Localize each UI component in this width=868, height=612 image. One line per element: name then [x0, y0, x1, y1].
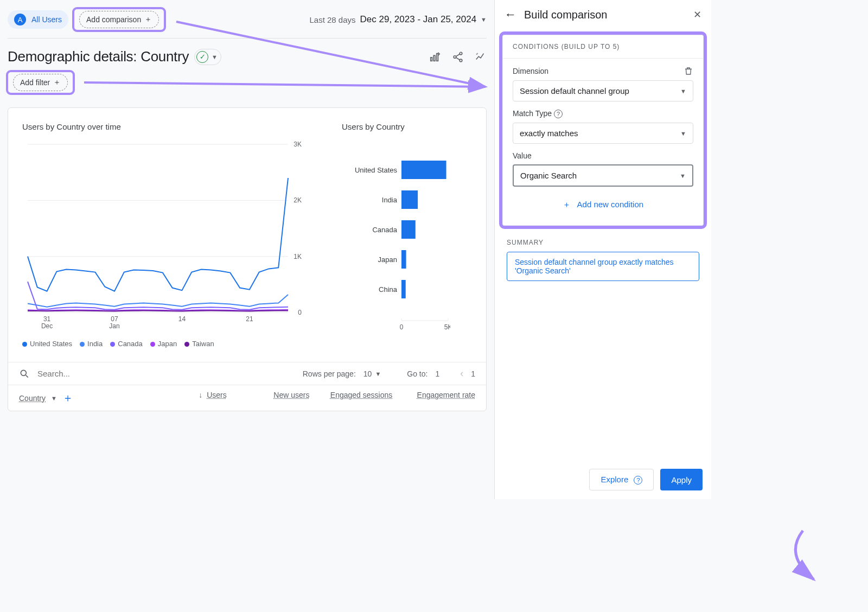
add-comparison-button[interactable]: Add comparison ＋	[79, 11, 159, 28]
rows-per-page-select[interactable]: 10 ▼	[363, 369, 381, 378]
svg-text:0: 0	[400, 323, 404, 331]
plus-icon: ＋	[53, 78, 61, 87]
explore-button[interactable]: Explore ?	[589, 469, 654, 490]
plus-icon: ＋	[144, 15, 152, 24]
svg-text:Canada: Canada	[372, 226, 397, 234]
conditions-box: CONDITIONS (BUILD UP TO 5) Dimension Ses…	[502, 35, 704, 226]
col-new-users[interactable]: New users	[273, 391, 309, 399]
svg-rect-25	[401, 220, 416, 239]
svg-point-35	[21, 370, 26, 375]
svg-rect-29	[401, 280, 406, 298]
date-period-label: Last 28 days	[310, 15, 356, 24]
match-type-label: Match Type ?	[513, 109, 563, 118]
line-chart: Users by Country over time 01K2K3K31Dec0…	[22, 122, 326, 348]
svg-rect-23	[401, 190, 418, 209]
svg-text:2K: 2K	[293, 196, 302, 204]
check-circle-icon: ✓	[196, 51, 208, 63]
prev-page-icon[interactable]: ‹	[460, 368, 463, 379]
table-header: Country ▼ ＋ ↓ Users New users Engaged se…	[8, 385, 486, 411]
svg-text:India: India	[382, 196, 398, 204]
rows-per-page-label: Rows per page:	[303, 369, 356, 378]
all-users-label: All Users	[31, 15, 62, 24]
summary-label: SUMMARY	[507, 239, 699, 246]
conditions-header: CONDITIONS (BUILD UP TO 5)	[503, 35, 703, 59]
help-icon: ?	[634, 476, 642, 484]
col-engaged-sessions[interactable]: Engaged sessions	[330, 391, 392, 399]
add-comparison-label: Add comparison	[86, 15, 141, 24]
goto-label: Go to:	[407, 369, 427, 378]
chevron-down-icon[interactable]: ▼	[51, 395, 57, 401]
close-icon[interactable]: ✕	[693, 9, 701, 21]
delete-condition-icon[interactable]	[684, 66, 693, 76]
svg-text:Jan: Jan	[109, 322, 119, 330]
col-country[interactable]: Country	[19, 394, 46, 403]
date-range-text: Dec 29, 2023 - Jan 25, 2024	[360, 14, 477, 25]
svg-rect-27	[401, 250, 406, 269]
svg-text:31: 31	[43, 315, 51, 323]
svg-rect-2	[437, 53, 438, 61]
add-dimension-icon[interactable]: ＋	[62, 391, 73, 405]
insights-icon[interactable]	[475, 51, 487, 63]
sort-down-icon: ↓	[199, 391, 202, 399]
svg-text:Dec: Dec	[41, 322, 53, 330]
page-title: Demographic details: Country	[8, 48, 189, 65]
top-bar: A All Users Add comparison ＋ Last 28 day…	[8, 5, 487, 39]
svg-text:21: 21	[246, 315, 253, 323]
status-dropdown[interactable]: ✓ ▼	[194, 49, 221, 65]
chevron-down-icon: ▼	[481, 16, 487, 23]
svg-text:3K: 3K	[293, 141, 302, 148]
value-label: Value	[513, 151, 693, 160]
table-toolbar: Rows per page: 10 ▼ Go to: 1 ‹ 1	[8, 362, 486, 385]
chart-legend: United StatesIndiaCanadaJapanTaiwan	[22, 340, 326, 348]
side-panel-title: Build comparison	[524, 9, 607, 21]
bar-chart-title: Users by Country	[342, 122, 472, 131]
svg-text:Japan: Japan	[378, 256, 397, 264]
svg-rect-1	[433, 55, 435, 61]
value-select[interactable]: Organic Search ▼	[513, 164, 693, 187]
title-row: Demographic details: Country ✓ ▼	[8, 39, 487, 69]
svg-text:14: 14	[178, 315, 186, 323]
summary-chip: Session default channel group exactly ma…	[507, 252, 699, 281]
add-new-condition-button[interactable]: ＋ Add new condition	[513, 194, 693, 218]
help-icon[interactable]: ?	[554, 110, 563, 118]
svg-rect-0	[431, 57, 432, 60]
page-current: 1	[471, 369, 475, 378]
add-filter-label: Add filter	[20, 78, 50, 87]
date-range-picker[interactable]: Last 28 days Dec 29, 2023 - Jan 25, 2024…	[310, 14, 487, 25]
col-users[interactable]: Users	[207, 391, 227, 399]
svg-text:China: China	[379, 285, 398, 294]
chevron-down-icon: ▼	[375, 371, 381, 377]
side-panel: ← Build comparison ✕ CONDITIONS (BUILD U…	[494, 0, 711, 499]
line-chart-title: Users by Country over time	[22, 122, 326, 131]
add-filter-button[interactable]: Add filter ＋	[13, 74, 68, 91]
svg-text:5K: 5K	[444, 323, 450, 331]
badge-a-icon: A	[14, 14, 26, 25]
svg-text:United States: United States	[355, 166, 398, 174]
svg-text:1K: 1K	[293, 253, 302, 260]
match-type-select[interactable]: exactly matches ▼	[513, 123, 693, 144]
chevron-down-icon: ▼	[680, 173, 686, 179]
back-arrow-icon[interactable]: ←	[505, 8, 516, 22]
dimension-label: Dimension	[513, 67, 548, 75]
col-engagement-rate[interactable]: Engagement rate	[417, 391, 475, 399]
svg-text:0: 0	[298, 309, 302, 316]
chevron-down-icon: ▼	[680, 88, 686, 94]
apply-button[interactable]: Apply	[660, 469, 703, 490]
bar-chart: Users by Country United StatesIndiaCanad…	[342, 122, 472, 348]
search-icon	[19, 368, 30, 379]
dimension-select[interactable]: Session default channel group ▼	[513, 80, 693, 101]
chevron-down-icon: ▼	[212, 54, 218, 60]
share-icon[interactable]	[452, 51, 464, 63]
customize-report-icon[interactable]	[429, 51, 441, 63]
svg-rect-21	[401, 161, 446, 179]
plus-icon: ＋	[563, 200, 571, 209]
goto-value[interactable]: 1	[435, 369, 439, 378]
all-users-pill[interactable]: A All Users	[8, 10, 68, 29]
chevron-down-icon: ▼	[680, 130, 686, 137]
search-input[interactable]	[37, 369, 295, 378]
svg-text:07: 07	[111, 315, 118, 323]
report-card: Users by Country over time 01K2K3K31Dec0…	[8, 107, 487, 411]
